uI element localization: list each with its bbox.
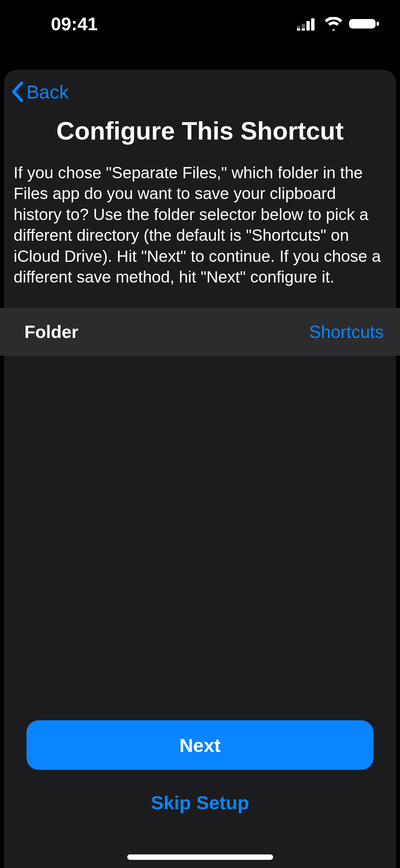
svg-rect-4 <box>297 29 300 31</box>
home-indicator[interactable] <box>127 854 273 860</box>
folder-row-label: Folder <box>24 322 78 342</box>
svg-rect-6 <box>349 19 376 29</box>
svg-rect-2 <box>306 21 310 31</box>
back-button[interactable]: Back <box>10 81 69 103</box>
modal-sheet: Back Configure This Shortcut If you chos… <box>4 70 396 868</box>
nav-bar: Back <box>4 70 396 114</box>
status-bar: 09:41 <box>0 0 400 48</box>
page-title: Configure This Shortcut <box>4 116 396 145</box>
svg-rect-5 <box>302 29 305 31</box>
page-description: If you chose "Separate Files," which fol… <box>4 162 396 288</box>
spacer <box>4 356 396 720</box>
status-indicators <box>297 17 380 31</box>
chevron-left-icon <box>10 81 24 103</box>
next-button[interactable]: Next <box>26 720 374 770</box>
folder-selector-row[interactable]: Folder Shortcuts <box>0 308 400 356</box>
battery-icon <box>348 17 380 31</box>
skip-setup-button[interactable]: Skip Setup <box>26 792 374 814</box>
status-time: 09:41 <box>51 13 98 34</box>
back-label: Back <box>26 81 69 103</box>
content-area: Configure This Shortcut If you chose "Se… <box>4 114 396 868</box>
folder-row-value: Shortcuts <box>309 322 384 342</box>
wifi-icon <box>324 17 343 31</box>
svg-rect-3 <box>311 18 315 31</box>
svg-rect-7 <box>377 22 379 26</box>
bottom-actions: Next Skip Setup <box>4 720 396 868</box>
cellular-signal-icon <box>297 17 319 31</box>
